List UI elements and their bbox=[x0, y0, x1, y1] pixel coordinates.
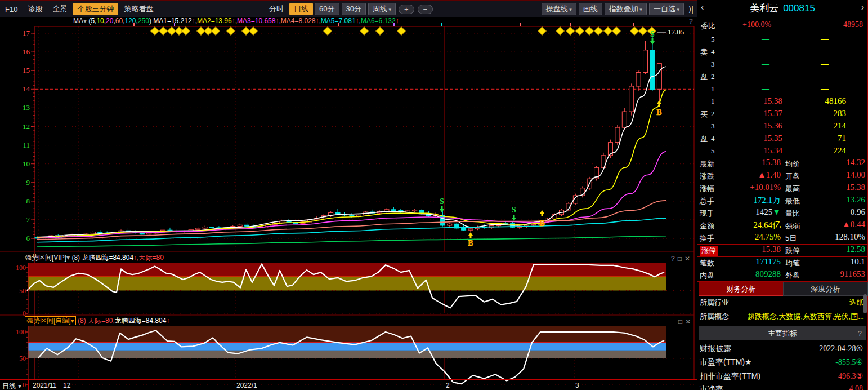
info-value[interactable]: 超跌概念,大数据,东数西算,光伏,国... bbox=[738, 312, 864, 322]
tab-财务分析[interactable]: 财务分析 bbox=[699, 282, 784, 296]
header-segment: 龙腾四海=84.804 bbox=[82, 254, 133, 262]
arrow-up-icon bbox=[540, 210, 544, 216]
y-axis-label: 9 bbox=[26, 178, 30, 187]
buy-signal-marker: B bbox=[656, 108, 661, 117]
level-price: 15.37 bbox=[743, 109, 782, 118]
stat-value: 15.38 bbox=[730, 245, 781, 254]
finance-value: 4.08 bbox=[849, 384, 863, 390]
header-segment: 天际=80, bbox=[88, 317, 115, 325]
sell-level-row[interactable]: 3—— bbox=[708, 58, 868, 70]
sell-level-row[interactable]: 1—— bbox=[708, 83, 868, 95]
indicator-band-custom bbox=[28, 351, 666, 358]
ma-line-MA60 bbox=[37, 201, 666, 240]
stat-row: 最新15.38均价14.32 bbox=[697, 157, 867, 170]
stat-row: 涨幅+10.01%最高15.38 bbox=[697, 182, 867, 194]
level-price: — bbox=[762, 47, 769, 56]
arrow-down-icon bbox=[650, 38, 655, 45]
close-icon[interactable]: ✕ bbox=[684, 255, 693, 263]
stat-label: 金额 bbox=[700, 221, 714, 231]
info-value[interactable]: 造纸 bbox=[738, 298, 864, 308]
y-axis-label: 17 bbox=[23, 29, 30, 37]
y-axis-label: 7 bbox=[26, 215, 30, 224]
indicator-y-label: 100 bbox=[16, 328, 26, 336]
buy-signal-marker: B bbox=[468, 239, 473, 247]
y-axis-label: 14 bbox=[23, 85, 30, 93]
header-segment: 强势区间[自编]▾ bbox=[25, 316, 76, 325]
level-volume: 283 bbox=[787, 109, 846, 118]
stat-row: 金额24.64亿强弱▲0.44 bbox=[697, 219, 867, 232]
candlesticks bbox=[35, 32, 661, 239]
period-indicator[interactable]: 日线 ▼ bbox=[2, 382, 22, 390]
level-number: 5 bbox=[711, 35, 715, 44]
candle bbox=[468, 229, 473, 230]
level-price: — bbox=[762, 72, 769, 81]
signal-diamond-icon bbox=[360, 27, 369, 36]
stat-label: 涨幅 bbox=[700, 184, 714, 194]
buy-level-row[interactable]: 215.37283 bbox=[708, 108, 868, 120]
candle bbox=[531, 224, 536, 225]
level-price: — bbox=[762, 84, 769, 93]
help-icon[interactable]: ? bbox=[671, 255, 678, 263]
stat-row: 涨跌▲1.40开盘14.00 bbox=[697, 170, 867, 182]
period-label: 日线 bbox=[2, 382, 16, 390]
help-icon[interactable]: ? bbox=[858, 326, 862, 340]
sell-level-row[interactable]: 2—— bbox=[708, 70, 868, 83]
signal-diamond-icon bbox=[556, 27, 565, 36]
signal-diamond-icon bbox=[397, 27, 406, 36]
buy-level-row[interactable]: 315.36214 bbox=[708, 120, 868, 132]
level-volume: — bbox=[821, 72, 829, 81]
sell-signal-marker: S bbox=[440, 197, 444, 206]
header-segment: ↑ bbox=[166, 317, 169, 325]
stat-row: 换手24.75%5日128.10% bbox=[697, 232, 867, 244]
stat-label: 最低 bbox=[785, 196, 800, 206]
scrollbar-thumb[interactable] bbox=[863, 294, 867, 313]
stat-label: 总手 bbox=[700, 196, 714, 206]
indicator-y-label: 50 bbox=[19, 287, 26, 295]
finance-value: 496.3③ bbox=[838, 371, 863, 381]
level-price: — bbox=[762, 34, 769, 43]
stat-value: ▲0.44 bbox=[808, 220, 865, 229]
buy-level-row[interactable]: 515.34224 bbox=[708, 145, 868, 157]
candle bbox=[245, 225, 249, 226]
signal-diamond-icon bbox=[585, 27, 594, 36]
signal-diamond-icon bbox=[159, 27, 168, 36]
close-icon[interactable]: ✕ bbox=[685, 318, 693, 326]
stat-label: 最高 bbox=[785, 184, 800, 194]
signal-diamond-icon bbox=[612, 27, 621, 36]
candle bbox=[462, 228, 466, 230]
finance-value: -855.5④ bbox=[835, 357, 863, 367]
signal-diamond-icon bbox=[594, 27, 603, 36]
level-number: 3 bbox=[711, 122, 715, 131]
maximize-icon[interactable]: □ bbox=[678, 255, 684, 263]
candle bbox=[413, 210, 417, 211]
level-number: 2 bbox=[711, 72, 715, 81]
buy-level-row[interactable]: 415.3571 bbox=[708, 132, 868, 145]
stat-value: 14.00 bbox=[808, 170, 865, 180]
buy-side-label: 盘 bbox=[700, 134, 708, 144]
stat-value: +10.01% bbox=[730, 183, 781, 192]
stock-name: 美利云 bbox=[750, 3, 778, 14]
maximize-icon[interactable]: □ bbox=[678, 318, 685, 326]
sell-side-label: 卖 bbox=[700, 47, 708, 57]
stock-title: 美利云000815 bbox=[697, 2, 867, 15]
arrow-down-icon bbox=[440, 206, 444, 212]
stock-code: 000815 bbox=[783, 3, 815, 14]
buy-level-row[interactable]: 115.3848166 bbox=[708, 95, 868, 108]
ma-line-MA120 bbox=[37, 218, 666, 242]
y-axis-label: 8 bbox=[26, 197, 30, 205]
level-number: 5 bbox=[711, 147, 715, 156]
level-price: 15.34 bbox=[743, 146, 782, 156]
stat-value: 24.75% bbox=[730, 232, 781, 242]
x-axis-label: 12 bbox=[63, 382, 70, 389]
stat-label: 跌停 bbox=[785, 246, 800, 256]
arrow-up-icon bbox=[657, 100, 661, 107]
tab-深度分析[interactable]: 深度分析 bbox=[783, 282, 868, 296]
signal-diamond-icon bbox=[604, 27, 612, 36]
sell-level-row[interactable]: 4—— bbox=[708, 46, 868, 58]
signal-diamond-icon bbox=[639, 27, 647, 36]
sell-level-row[interactable]: 5—— bbox=[708, 33, 868, 46]
chart-canvas[interactable]: 17161514131211109876SSSBBB17.055.9710050… bbox=[0, 0, 697, 390]
stat-label: 开盘 bbox=[785, 171, 800, 181]
indicator-band-custom bbox=[28, 326, 666, 343]
stat-value: ▲1.40 bbox=[730, 170, 781, 180]
